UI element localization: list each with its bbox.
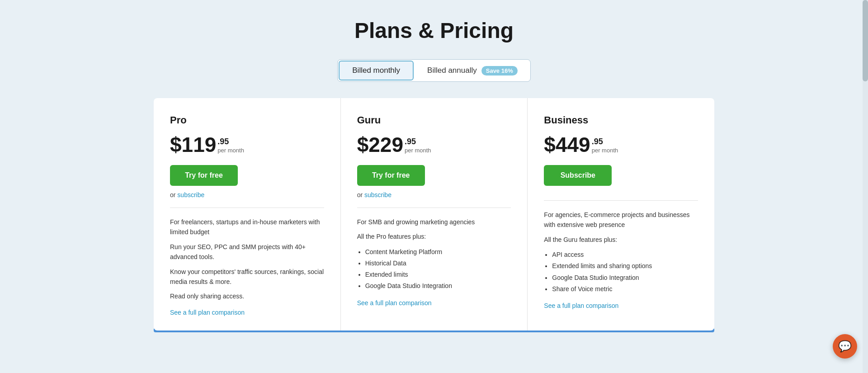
chat-button[interactable]: 💬 [833,334,857,359]
plan-guru-price-detail: .95 per month [405,134,431,154]
plan-business-price-period: per month [592,147,618,155]
plan-card-guru: Guru $229 .95 per month Try for free or … [340,98,528,331]
scrollbar-thumb[interactable] [863,0,868,81]
billing-annually-label: Billed annually [427,66,477,75]
list-item: Extended limits and sharing options [552,260,698,272]
plan-guru-features-list: Content Marketing Platform Historical Da… [357,246,511,292]
plan-pro-desc-2: Run your SEO, PPC and SMM projects with … [170,242,324,262]
plan-pro-price: $119 .95 per month [170,134,324,155]
chat-icon: 💬 [838,340,852,353]
plan-pro-price-main: $119 [170,134,216,155]
plan-pro-name: Pro [170,114,324,126]
plan-guru-price-cents: .95 [405,137,431,147]
plan-pro-divider [170,208,324,208]
list-item: Content Marketing Platform [365,246,511,258]
plan-pro-price-detail: .95 per month [217,134,244,154]
plan-pro-price-cents: .95 [217,137,244,147]
plan-pro-subscribe-link[interactable]: subscribe [177,191,204,198]
plan-business-price-detail: .95 per month [592,134,618,154]
scrollbar-track[interactable] [863,0,868,373]
page-title: Plans & Pricing [354,18,514,43]
plan-business-divider [544,200,698,201]
plan-guru-subscribe-link[interactable]: subscribe [364,191,392,198]
plan-pro-comparison-link[interactable]: See a full plan comparison [170,309,324,316]
plan-guru-price-period: per month [405,147,431,155]
plan-pro-or-subscribe: or subscribe [170,191,324,198]
list-item: Google Data Studio Integration [365,280,511,292]
billing-monthly-button[interactable]: Billed monthly [339,61,414,80]
plan-guru-features-header: All the Pro features plus: [357,231,511,241]
plan-guru-comparison-link[interactable]: See a full plan comparison [357,299,511,307]
list-item: Historical Data [365,258,511,269]
plan-pro-cta-button[interactable]: Try for free [170,165,238,186]
plan-business-features-list: API access Extended limits and sharing o… [544,249,698,295]
plan-guru-divider [357,208,511,208]
plan-card-pro: Pro $119 .95 per month Try for free or s… [154,98,340,331]
plan-pro-desc-1: For freelancers, startups and in-house m… [170,217,324,237]
plan-guru-desc-1: For SMB and growing marketing agencies [357,217,511,227]
plan-guru-cta-button[interactable]: Try for free [357,165,425,186]
plan-pro-price-period: per month [217,147,244,155]
plan-business-comparison-link[interactable]: See a full plan comparison [544,302,698,309]
plan-business-features-header: All the Guru features plus: [544,235,698,245]
plan-guru-name: Guru [357,114,511,126]
billing-annually-button[interactable]: Billed annually Save 16% [415,60,530,81]
list-item: Share of Voice metric [552,283,698,295]
plan-pro-desc-3: Know your competitors' traffic sources, … [170,267,324,287]
plan-guru-price: $229 .95 per month [357,134,511,155]
plan-business-price: $449 .95 per month [544,134,698,155]
plan-business-cta-button[interactable]: Subscribe [544,165,612,186]
plan-business-desc-1: For agencies, E-commerce projects and bu… [544,210,698,230]
plans-container: Pro $119 .95 per month Try for free or s… [154,98,714,331]
save-badge: Save 16% [481,66,518,76]
plan-guru-or-subscribe: or subscribe [357,191,511,198]
plan-card-business: Business $449 .95 per month Subscribe Fo… [527,98,714,331]
plan-guru-price-main: $229 [357,134,403,155]
plan-business-price-cents: .95 [592,137,618,147]
list-item: Extended limits [365,269,511,280]
plan-business-name: Business [544,114,698,126]
plan-business-price-main: $449 [544,134,590,155]
list-item: Google Data Studio Integration [552,272,698,283]
plan-pro-desc-4: Read only sharing access. [170,291,324,301]
billing-toggle: Billed monthly Billed annually Save 16% [337,59,530,82]
list-item: API access [552,249,698,260]
